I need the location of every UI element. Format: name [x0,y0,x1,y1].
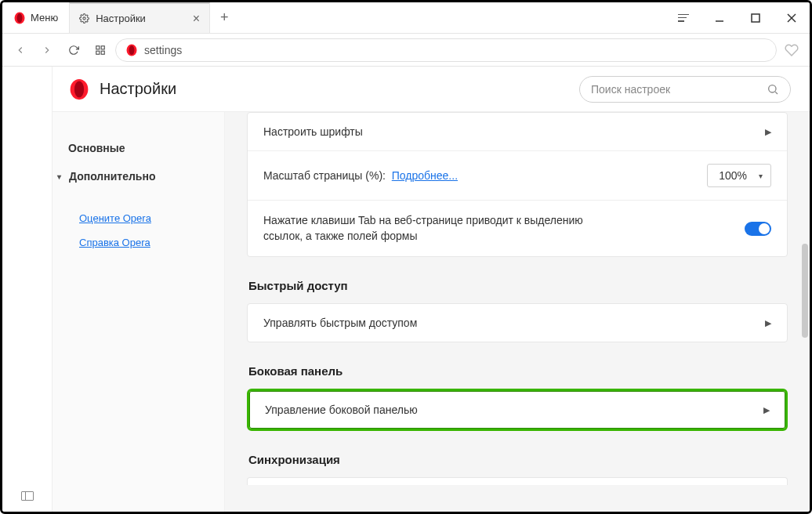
row-configure-fonts[interactable]: Настроить шрифты ▶ [248,113,787,150]
minimize-button[interactable] [701,2,738,34]
section-title-sidebar: Боковая панель [248,364,788,378]
chevron-left-icon [15,45,26,56]
scrollbar-thumb[interactable] [802,244,808,338]
zoom-value: 100% [719,169,747,182]
row-label: Управление боковой панелью [265,404,418,416]
chevron-right-icon: ▶ [763,405,770,415]
close-icon [787,13,796,23]
opera-logo-icon [68,78,90,100]
row-label: Масштаб страницы (%): [263,169,386,182]
svg-point-15 [74,81,84,97]
search-icon [767,83,779,96]
row-label: Нажатие клавиши Tab на веб-странице прив… [263,213,593,244]
speed-dial-button[interactable] [89,38,112,62]
tab-highlight-toggle[interactable] [745,222,771,236]
row-manage-sidebar[interactable]: Управление боковой панелью ▶ [247,389,788,431]
search-placeholder: Поиск настроек [591,83,670,96]
svg-point-13 [129,45,135,55]
menu-button[interactable]: Меню [2,2,69,33]
chevron-right-icon [42,45,53,56]
minimize-icon [715,13,724,23]
back-button[interactable] [9,38,32,62]
sidebar-link-rate[interactable]: Оцените Opera [68,206,208,230]
grid-icon [95,45,106,56]
tab-settings[interactable]: Настройки × [69,2,210,33]
zoom-select[interactable]: 100% [707,164,771,187]
row-label: Управлять быстрым доступом [263,317,417,329]
address-field[interactable]: settings [115,38,777,62]
row-page-zoom: Масштаб страницы (%): Подробнее... 100% [248,150,787,200]
menu-label: Меню [31,12,58,24]
svg-rect-8 [96,45,100,49]
address-text: settings [144,44,182,56]
opera-icon [13,12,26,24]
section-title-sync: Синхронизация [248,453,788,466]
tab-label: Настройки [96,13,146,24]
opera-icon [125,44,138,56]
bookmark-button[interactable] [780,38,803,62]
section-title-quick-access: Быстрый доступ [248,279,788,292]
heart-icon [785,43,799,57]
chevron-right-icon: ▶ [765,127,771,137]
stack-icon [678,14,689,22]
reload-icon [68,45,79,56]
svg-rect-9 [101,45,104,49]
close-button[interactable] [774,2,810,34]
reload-button[interactable] [62,38,85,62]
row-manage-quick-access[interactable]: Управлять быстрым доступом ▶ [248,304,787,342]
maximize-icon [751,13,760,23]
svg-rect-10 [96,51,100,54]
forward-button[interactable] [35,38,59,62]
svg-point-3 [83,17,85,20]
panels-icon[interactable] [21,491,34,501]
maximize-button[interactable] [738,2,774,34]
row-tab-highlight: Нажатие клавиши Tab на веб-странице прив… [248,200,787,256]
svg-point-16 [769,85,776,92]
sidebar-item-advanced[interactable]: Дополнительно [68,162,208,190]
zoom-learn-more-link[interactable]: Подробнее... [392,169,458,182]
gear-icon [79,13,89,24]
svg-rect-11 [101,51,104,54]
row-label: Настроить шрифты [263,125,363,138]
page-title: Настройки [100,80,176,98]
chevron-right-icon: ▶ [765,318,771,328]
sidebar-item-basic[interactable]: Основные [68,134,208,162]
svg-rect-5 [752,14,759,22]
settings-search-input[interactable]: Поиск настроек [579,76,791,103]
tabs-menu-button[interactable] [665,2,701,34]
new-tab-button[interactable]: + [210,2,238,33]
sidebar-link-help[interactable]: Справка Opera [68,230,208,255]
tab-close-icon[interactable]: × [193,13,200,25]
svg-line-17 [775,92,778,94]
